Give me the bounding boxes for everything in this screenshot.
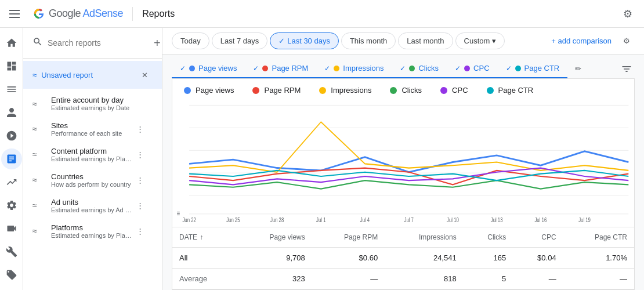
sites-more-icon[interactable]: ⋮ bbox=[132, 121, 148, 137]
col-date[interactable]: DATE ↑ bbox=[172, 227, 236, 248]
main-layout: + ≈ Unsaved report ✕ ≈ Entire account by… bbox=[0, 28, 644, 290]
filter-bar: Today Last 7 days ✓ Last 30 days This mo… bbox=[162, 28, 644, 55]
topbar-divider bbox=[132, 7, 133, 21]
svg-text:Jul 1: Jul 1 bbox=[316, 216, 325, 224]
page-title: Reports bbox=[142, 9, 175, 19]
sites-subtitle: Performance of each site bbox=[51, 130, 132, 137]
content-platform-title: Content platform bbox=[51, 147, 132, 155]
row-avg-pagectr: — bbox=[563, 269, 634, 289]
content-platform-subtitle: Estimated earnings by Platform... bbox=[51, 155, 132, 162]
dot-clicks bbox=[409, 66, 415, 71]
legend-dot-impressions bbox=[319, 87, 326, 94]
row-all-impressions: 24,541 bbox=[385, 248, 464, 269]
today-filter-btn[interactable]: Today bbox=[172, 32, 209, 49]
nav-tag-icon[interactable] bbox=[1, 264, 22, 285]
nav-person-icon[interactable] bbox=[1, 102, 22, 123]
check-pagerpm-icon: ✓ bbox=[253, 64, 259, 72]
settings-icon[interactable]: ⚙ bbox=[621, 7, 635, 21]
nav-tools-icon[interactable] bbox=[1, 241, 22, 262]
svg-text:Jul 10: Jul 10 bbox=[447, 216, 459, 224]
countries-more-icon[interactable]: ⋮ bbox=[132, 172, 148, 188]
last7-filter-btn[interactable]: Last 7 days bbox=[212, 32, 268, 49]
dot-cpc bbox=[464, 66, 470, 71]
check-pageviews-icon: ✓ bbox=[180, 64, 186, 72]
content-platform-more-icon[interactable]: ⋮ bbox=[132, 146, 148, 162]
legend-pageviews: Page views bbox=[184, 86, 234, 95]
search-input[interactable] bbox=[48, 38, 149, 48]
custom-dropdown-icon: ▾ bbox=[492, 37, 496, 45]
platforms-icon: ≈ bbox=[32, 225, 44, 237]
entire-account-icon: ≈ bbox=[32, 98, 44, 110]
tab-pagectr[interactable]: ✓ Page CTR bbox=[498, 59, 568, 78]
row-avg-pagerpm: — bbox=[312, 269, 385, 289]
left-nav bbox=[0, 28, 23, 290]
nav-settings-icon[interactable] bbox=[1, 195, 22, 216]
filter-gear-icon[interactable]: ⚙ bbox=[618, 33, 635, 49]
tab-clicks[interactable]: ✓ Clicks bbox=[392, 59, 447, 78]
svg-text:Jul 4: Jul 4 bbox=[360, 216, 370, 224]
last30-filter-btn[interactable]: ✓ Last 30 days bbox=[270, 32, 339, 49]
sidebar-item-entire-account[interactable]: ≈ Entire account by day Estimated earnin… bbox=[23, 91, 157, 116]
edit-metrics-icon[interactable]: ✏ bbox=[570, 61, 586, 77]
legend-cpc: CPC bbox=[440, 86, 468, 95]
add-report-icon[interactable]: + bbox=[154, 35, 161, 51]
dot-pageviews bbox=[189, 66, 195, 71]
menu-icon[interactable] bbox=[9, 7, 23, 21]
entire-account-title: Entire account by day bbox=[51, 96, 148, 104]
sort-date-icon[interactable]: ↑ bbox=[200, 233, 203, 241]
platforms-more-icon[interactable]: ⋮ bbox=[132, 223, 148, 239]
brand-name: Google AdSense bbox=[49, 8, 123, 20]
check-pagectr-icon: ✓ bbox=[506, 64, 512, 72]
ad-units-more-icon[interactable]: ⋮ bbox=[132, 197, 148, 213]
countries-icon: ≈ bbox=[32, 174, 44, 186]
tab-pagerpm[interactable]: ✓ Page RPM bbox=[245, 59, 316, 78]
google-logo-icon bbox=[32, 8, 45, 20]
tab-pageviews[interactable]: ✓ Page views bbox=[172, 59, 245, 78]
topbar: Google AdSense Reports ⚙ bbox=[0, 0, 644, 28]
tab-cpc[interactable]: ✓ CPC bbox=[447, 59, 497, 78]
add-comparison-btn[interactable]: + add comparison bbox=[547, 33, 616, 49]
custom-filter-btn[interactable]: Custom ▾ bbox=[455, 32, 505, 49]
ad-units-subtitle: Estimated earnings by Ad unit bbox=[51, 206, 132, 213]
svg-text:Jul 19: Jul 19 bbox=[578, 216, 591, 224]
sidebar-item-ad-units[interactable]: ≈ Ad units Estimated earnings by Ad unit… bbox=[23, 193, 157, 218]
tab-impressions[interactable]: ✓ Impressions bbox=[316, 59, 392, 78]
sidebar-item-content-platform[interactable]: ≈ Content platform Estimated earnings by… bbox=[23, 142, 157, 167]
row-avg-pageviews: 323 bbox=[236, 269, 312, 289]
col-pagectr: Page CTR bbox=[563, 227, 634, 248]
unsaved-report-label: Unsaved report bbox=[41, 71, 136, 79]
unsaved-report-item[interactable]: ≈ Unsaved report ✕ bbox=[23, 61, 162, 89]
nav-home-icon[interactable] bbox=[1, 32, 22, 53]
nav-block-icon[interactable] bbox=[1, 125, 22, 146]
nav-trending-icon[interactable] bbox=[1, 172, 22, 193]
line-chart: Jun 22 Jun 25 Jun 28 Jul 1 Jul 4 Jul 7 J… bbox=[172, 97, 634, 227]
platforms-title: Platforms bbox=[51, 223, 132, 232]
nav-dashboard-icon[interactable] bbox=[1, 56, 22, 77]
row-avg-impressions: 818 bbox=[385, 269, 464, 289]
sidebar-item-sites[interactable]: ≈ Sites Performance of each site ⋮ bbox=[23, 116, 157, 142]
legend-clicks: Clicks bbox=[390, 86, 422, 95]
sidebar-item-countries[interactable]: ≈ Countries How ads perform by country ⋮ bbox=[23, 167, 157, 193]
close-unsaved-icon[interactable]: ✕ bbox=[136, 67, 153, 83]
thismonth-filter-btn[interactable]: This month bbox=[341, 32, 396, 49]
row-all-pagectr: 1.70% bbox=[563, 248, 634, 269]
chart-filter-icon[interactable] bbox=[618, 61, 635, 77]
sidebar-item-platforms[interactable]: ≈ Platforms Estimated earnings by Platfo… bbox=[23, 218, 157, 244]
col-impressions: Impressions bbox=[385, 227, 464, 248]
legend-impressions: Impressions bbox=[319, 86, 371, 95]
nav-list-icon[interactable] bbox=[1, 79, 22, 100]
svg-text:Jun 25: Jun 25 bbox=[226, 216, 240, 224]
lastmonth-filter-btn[interactable]: Last month bbox=[398, 32, 453, 49]
sites-icon: ≈ bbox=[32, 123, 44, 135]
col-pagerpm: Page RPM bbox=[312, 227, 385, 248]
content-platform-icon: ≈ bbox=[32, 148, 44, 160]
check-clicks-icon: ✓ bbox=[400, 64, 406, 72]
table-row: All 9,708 $0.60 24,541 165 $0.04 1.70% bbox=[172, 248, 634, 269]
nav-reports-icon[interactable] bbox=[1, 148, 22, 169]
report-area: ✓ Page views ✓ Page RPM ✓ Impressions ✓ bbox=[162, 55, 644, 290]
ad-units-title: Ad units bbox=[51, 198, 132, 206]
row-avg-date: Average bbox=[172, 269, 236, 289]
row-all-cpc: $0.04 bbox=[513, 248, 563, 269]
search-icon bbox=[32, 37, 43, 49]
nav-video-icon[interactable] bbox=[1, 218, 22, 239]
